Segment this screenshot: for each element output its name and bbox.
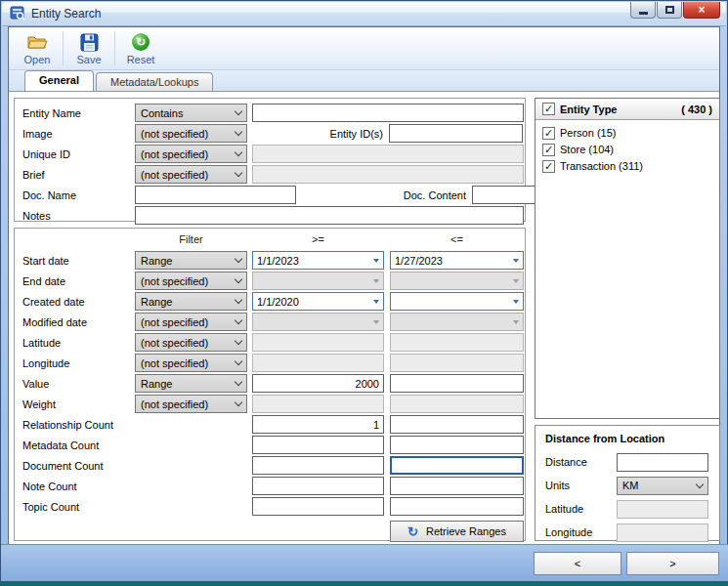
doc-name-input[interactable] bbox=[135, 186, 296, 204]
combo-value: Range bbox=[141, 255, 236, 267]
longitude-min-input bbox=[252, 354, 384, 372]
client-area: Open Save ↻ Rese bbox=[8, 26, 720, 546]
start-date-min-datepicker[interactable]: 1/1/2023 bbox=[252, 251, 384, 270]
metadata-count-max-input[interactable] bbox=[390, 436, 524, 454]
created-date-max-datepicker[interactable] bbox=[390, 292, 524, 311]
notes-label: Notes bbox=[22, 210, 135, 222]
weight-max-input bbox=[390, 395, 524, 413]
entity-name-input[interactable] bbox=[252, 104, 524, 122]
chevron-down-icon bbox=[235, 296, 242, 304]
longitude-max-input bbox=[390, 354, 524, 372]
save-button[interactable]: Save bbox=[66, 27, 111, 69]
entity-type-item-person-15-[interactable]: ✓Person (15) bbox=[542, 125, 712, 141]
previous-button[interactable]: < bbox=[534, 552, 621, 575]
tab-general[interactable]: General bbox=[24, 70, 94, 91]
retrieve-ranges-button[interactable]: ↻ Retrieve Ranges bbox=[390, 521, 524, 542]
minimize-button[interactable] bbox=[630, 2, 656, 19]
tab-metadata-lookups[interactable]: Metadata/Lookups bbox=[96, 72, 214, 91]
created-date-filter-combo[interactable]: Range bbox=[135, 292, 247, 311]
value-max-input[interactable] bbox=[390, 374, 524, 393]
chevron-down-icon bbox=[235, 275, 242, 283]
maximize-button[interactable] bbox=[657, 2, 682, 19]
modified-date-filter-combo[interactable]: (not specified) bbox=[135, 313, 247, 331]
filter-row-latitude: Latitude(not specified) bbox=[15, 332, 525, 353]
relationship-count-max-input[interactable] bbox=[390, 415, 524, 434]
combo-value: (not specified) bbox=[141, 357, 236, 369]
filter-row-modified-date: Modified date(not specified) bbox=[15, 312, 525, 332]
retrieve-ranges-label: Retrieve Ranges bbox=[426, 525, 506, 537]
filter-row-start-date: Start dateRange1/1/20231/27/2023 bbox=[15, 250, 525, 271]
entity-type-item-label: Store (104) bbox=[560, 144, 614, 155]
entity-name-filter-combo[interactable]: Contains bbox=[135, 104, 247, 122]
document-count-label: Document Count bbox=[22, 460, 135, 472]
value-filter-combo[interactable]: Range bbox=[135, 374, 247, 393]
entity-ids-label: Entity ID(s) bbox=[252, 128, 389, 140]
checkbox-checked-icon[interactable]: ✓ bbox=[542, 127, 555, 140]
brief-filter-combo[interactable]: (not specified) bbox=[135, 165, 247, 184]
entity-type-header[interactable]: ✓ Entity Type ( 430 ) bbox=[535, 99, 719, 120]
latitude-filter-combo[interactable]: (not specified) bbox=[135, 333, 247, 352]
relationship-count-min-input[interactable] bbox=[252, 415, 384, 434]
value-min-input[interactable] bbox=[252, 374, 384, 393]
filter-row-note-count: Note Count bbox=[15, 476, 525, 496]
image-filter-combo[interactable]: (not specified) bbox=[135, 124, 247, 143]
distance-input[interactable] bbox=[617, 453, 708, 472]
calendar-dropdown-icon[interactable] bbox=[369, 252, 383, 269]
refresh-icon: ↻ bbox=[407, 524, 418, 539]
general-tab-content: Entity Name Contains Image (not specifie… bbox=[9, 91, 719, 546]
topic-count-label: Topic Count bbox=[22, 501, 135, 513]
longitude-filter-combo[interactable]: (not specified) bbox=[135, 354, 247, 372]
chevron-down-icon bbox=[235, 107, 242, 115]
topic-count-max-input[interactable] bbox=[390, 497, 524, 516]
metadata-count-label: Metadata Count bbox=[22, 440, 135, 451]
entity-ids-input[interactable] bbox=[389, 124, 523, 143]
unique-id-input bbox=[252, 145, 524, 163]
weight-filter-combo[interactable]: (not specified) bbox=[135, 395, 247, 413]
reset-icon: ↻ bbox=[130, 31, 151, 53]
filters-group: Filter >= <= Start dateRange1/1/20231/27… bbox=[14, 228, 526, 541]
created-date-min-datepicker[interactable]: 1/1/2020 bbox=[252, 292, 384, 311]
entity-type-select-all-checkbox[interactable]: ✓ bbox=[542, 103, 555, 115]
metadata-count-min-input[interactable] bbox=[252, 436, 384, 454]
chevron-down-icon bbox=[235, 255, 242, 263]
filter-row-value: ValueRange bbox=[15, 373, 525, 394]
note-count-min-input[interactable] bbox=[252, 477, 384, 495]
checkbox-checked-icon[interactable]: ✓ bbox=[542, 144, 555, 156]
end-date-filter-combo[interactable]: (not specified) bbox=[135, 272, 247, 290]
calendar-dropdown-icon bbox=[509, 272, 523, 289]
filter-row-longitude: Longitude(not specified) bbox=[15, 353, 525, 373]
calendar-dropdown-icon[interactable] bbox=[509, 252, 523, 269]
notes-input[interactable] bbox=[135, 206, 524, 225]
filter-header: Filter bbox=[135, 233, 247, 248]
entity-type-item-store-104-[interactable]: ✓Store (104) bbox=[542, 142, 712, 157]
window-title: Entity Search bbox=[31, 7, 101, 21]
calendar-dropdown-icon bbox=[369, 272, 383, 289]
document-count-max-input[interactable] bbox=[390, 456, 524, 475]
open-button[interactable]: Open bbox=[15, 27, 60, 69]
calendar-dropdown-icon[interactable] bbox=[509, 293, 523, 310]
entity-type-list: ✓Person (15)✓Store (104)✓Transaction (31… bbox=[535, 120, 719, 180]
filter-row-end-date: End date(not specified) bbox=[15, 271, 525, 291]
entity-type-item-transaction-311-[interactable]: ✓Transaction (311) bbox=[542, 158, 712, 174]
document-count-min-input[interactable] bbox=[252, 456, 384, 475]
modified-date-max-datepicker bbox=[390, 313, 524, 331]
start-date-max-datepicker[interactable]: 1/27/2023 bbox=[390, 251, 524, 270]
combo-value: (not specified) bbox=[141, 275, 236, 287]
image-label: Image bbox=[22, 128, 135, 140]
distance-longitude-input bbox=[617, 523, 708, 542]
reset-button[interactable]: ↻ Reset bbox=[118, 27, 163, 69]
tab-bar: General Metadata/Lookups bbox=[9, 70, 719, 91]
topic-count-min-input[interactable] bbox=[252, 497, 384, 516]
close-button[interactable]: × bbox=[683, 2, 720, 19]
note-count-max-input[interactable] bbox=[390, 477, 524, 495]
calendar-dropdown-icon[interactable] bbox=[369, 293, 383, 310]
next-button[interactable]: > bbox=[626, 552, 719, 575]
doc-name-label: Doc. Name bbox=[22, 189, 135, 201]
start-date-filter-combo[interactable]: Range bbox=[135, 251, 247, 270]
lte-header: <= bbox=[390, 233, 524, 248]
checkbox-checked-icon[interactable]: ✓ bbox=[542, 160, 555, 173]
units-combo[interactable]: KM bbox=[617, 477, 708, 495]
unique-id-filter-combo[interactable]: (not specified) bbox=[135, 145, 247, 163]
start-date-label: Start date bbox=[22, 255, 135, 267]
titlebar[interactable]: Entity Search × bbox=[2, 2, 726, 26]
